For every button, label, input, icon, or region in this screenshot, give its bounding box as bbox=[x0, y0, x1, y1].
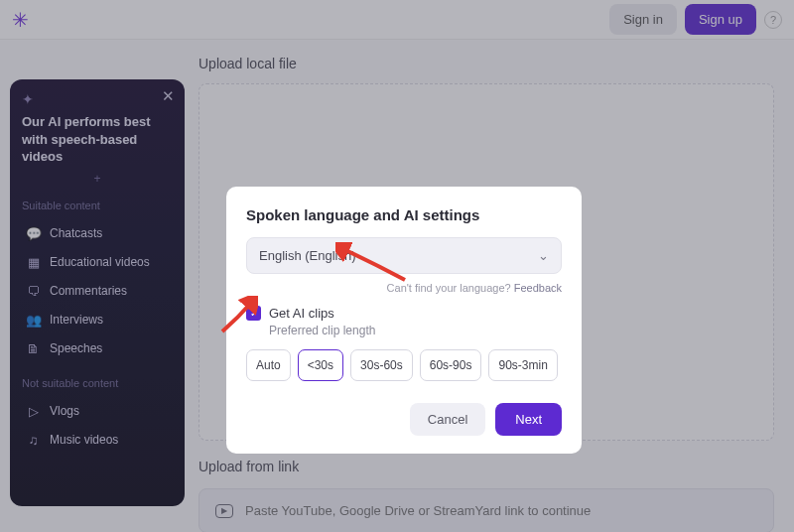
chevron-down-icon: ⌄ bbox=[538, 248, 549, 263]
pref-length-label: Preferred clip length bbox=[269, 324, 562, 337]
next-button[interactable]: Next bbox=[495, 403, 562, 436]
clip-length-chips: Auto <30s 30s-60s 60s-90s 90s-3min bbox=[246, 349, 562, 381]
chip-30-60[interactable]: 30s-60s bbox=[350, 349, 413, 381]
cant-find-row: Can't find your language? Feedback bbox=[246, 282, 562, 294]
chip-90-3m[interactable]: 90s-3min bbox=[488, 349, 557, 381]
feedback-link[interactable]: Feedback bbox=[514, 282, 562, 294]
cancel-button[interactable]: Cancel bbox=[410, 403, 485, 436]
modal-footer: Cancel Next bbox=[246, 403, 562, 436]
chip-60-90[interactable]: 60s-90s bbox=[420, 349, 482, 381]
get-clips-row[interactable]: ✓ Get AI clips bbox=[246, 306, 562, 321]
modal-title: Spoken language and AI settings bbox=[246, 206, 562, 223]
chip-lt30[interactable]: <30s bbox=[298, 349, 343, 381]
get-clips-checkbox[interactable]: ✓ bbox=[246, 306, 261, 321]
get-clips-label: Get AI clips bbox=[269, 306, 334, 321]
chip-auto[interactable]: Auto bbox=[246, 349, 291, 381]
language-select[interactable]: English (English) ⌄ bbox=[246, 237, 562, 274]
cant-find-text: Can't find your language? bbox=[387, 282, 511, 294]
language-value: English (English) bbox=[259, 248, 356, 263]
ai-settings-modal: Spoken language and AI settings English … bbox=[226, 187, 582, 454]
